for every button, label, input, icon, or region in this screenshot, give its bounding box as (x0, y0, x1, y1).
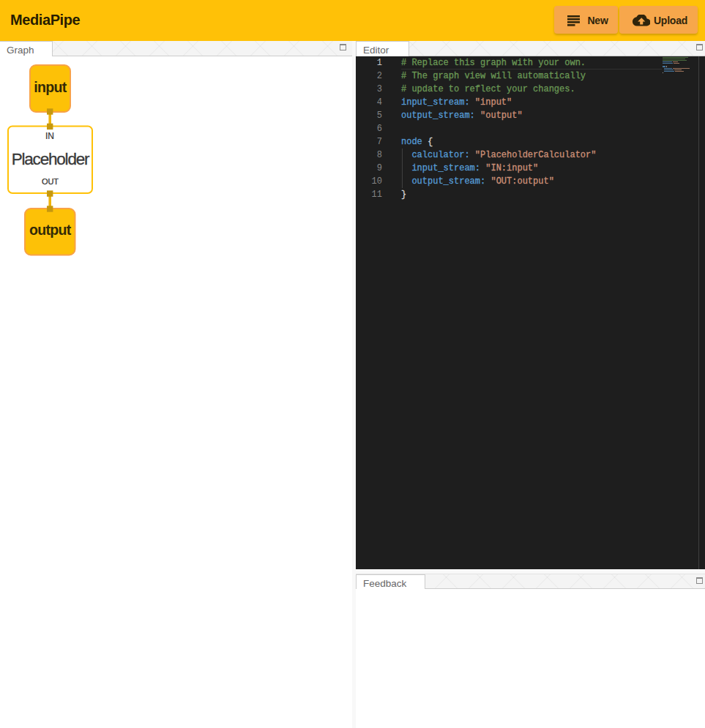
svg-text:output: output (29, 222, 72, 238)
svg-text:input: input (34, 79, 67, 95)
svg-text:OUT: OUT (42, 177, 59, 186)
svg-text:IN: IN (45, 131, 54, 141)
svg-text:Placeholder: Placeholder (12, 150, 90, 168)
